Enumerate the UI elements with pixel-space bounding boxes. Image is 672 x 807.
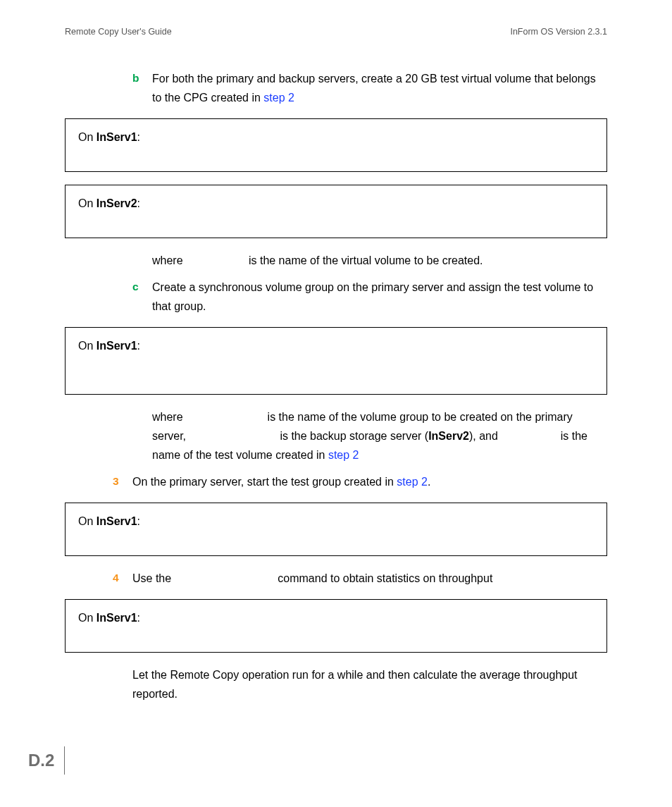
- page: Remote Copy User's Guide InForm OS Versi…: [0, 0, 672, 807]
- code-box-inserv1-d: On InServ1:: [65, 599, 607, 653]
- code-box-inserv1-b: On InServ1:: [65, 327, 607, 395]
- step-3-row: 3 On the primary server, start the test …: [113, 472, 607, 491]
- box4-colon: :: [137, 515, 140, 527]
- where-line-c: where is the name of the volume group to…: [132, 407, 607, 465]
- step-4-row: 4 Use the command to obtain statistics o…: [113, 569, 607, 588]
- page-header: Remote Copy User's Guide InForm OS Versi…: [65, 27, 607, 37]
- step-4-marker: 4: [113, 569, 132, 588]
- step-c-row: c Create a synchronous volume group on t…: [132, 278, 607, 316]
- step-c-body: Create a synchronous volume group on the…: [152, 278, 607, 316]
- step-3-dot: .: [428, 476, 430, 488]
- box4-name: InServ1: [97, 515, 137, 527]
- step-3-link[interactable]: step 2: [397, 476, 428, 488]
- step-b-body: For both the primary and backup servers,…: [152, 69, 607, 107]
- step-4-body: Use the command to obtain statistics on …: [132, 569, 607, 588]
- code-box-inserv1-c: On InServ1:: [65, 503, 607, 556]
- box1-colon: :: [137, 131, 140, 143]
- where-b-text: where is the name of the virtual volume …: [152, 254, 483, 266]
- content-area: b For both the primary and backup server…: [65, 69, 607, 703]
- where-c-link[interactable]: step 2: [328, 449, 359, 461]
- step-c-text: Create a synchronous volume group on the…: [152, 281, 593, 312]
- box1-name: InServ1: [97, 131, 137, 143]
- box5-name: InServ1: [97, 612, 137, 624]
- box3-name: InServ1: [97, 340, 137, 352]
- page-number-rule: [64, 746, 65, 775]
- box3-colon: :: [137, 340, 140, 352]
- step-b-row: b For both the primary and backup server…: [132, 69, 607, 107]
- code-box-inserv1-a: On InServ1:: [65, 118, 607, 172]
- box4-on: On: [78, 515, 97, 527]
- box1-on: On: [78, 131, 97, 143]
- where-line-b: where is the name of the virtual volume …: [132, 251, 607, 270]
- header-left: Remote Copy User's Guide: [65, 27, 172, 37]
- step-4-text: Use the command to obtain statistics on …: [132, 572, 492, 584]
- step-b-text: For both the primary and backup servers,…: [152, 73, 596, 104]
- box2-on: On: [78, 197, 97, 209]
- header-right: InForm OS Version 2.3.1: [510, 27, 607, 37]
- step-b-marker: b: [132, 69, 152, 107]
- step-b-link[interactable]: step 2: [263, 92, 294, 104]
- step-3-text: On the primary server, start the test gr…: [132, 476, 397, 488]
- final-paragraph: Let the Remote Copy operation run for a …: [132, 665, 607, 703]
- step-c-marker: c: [132, 278, 152, 316]
- where-c-bold: InServ2: [428, 430, 469, 442]
- step-3-marker: 3: [113, 472, 132, 491]
- box2-colon: :: [137, 197, 140, 209]
- box5-on: On: [78, 612, 97, 624]
- step-3-body: On the primary server, start the test gr…: [132, 472, 607, 491]
- box5-colon: :: [137, 612, 140, 624]
- final-text: Let the Remote Copy operation run for a …: [132, 669, 578, 700]
- code-box-inserv2: On InServ2:: [65, 185, 607, 238]
- page-number: D.2: [28, 751, 64, 770]
- box3-on: On: [78, 340, 97, 352]
- box2-name: InServ2: [97, 197, 137, 209]
- page-number-block: D.2: [28, 746, 65, 775]
